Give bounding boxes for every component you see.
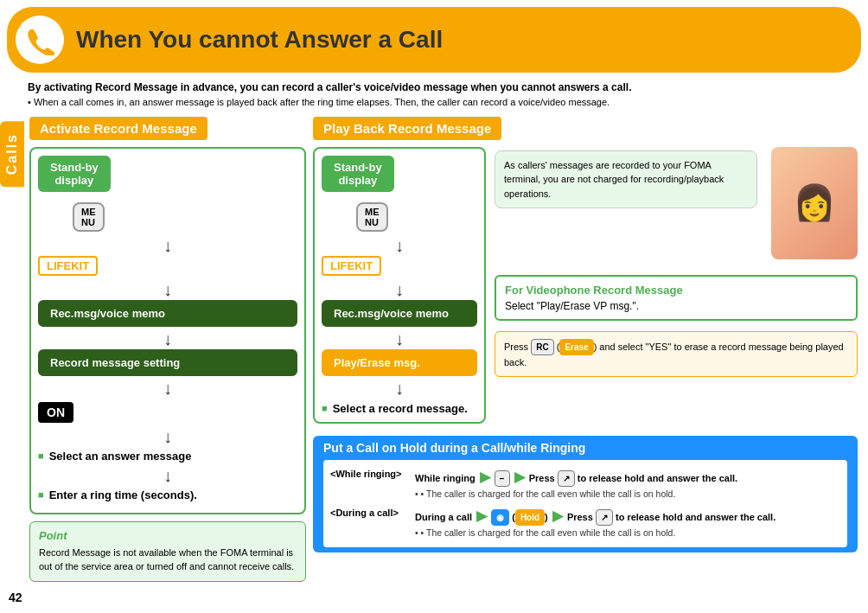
arrow1: ↓: [38, 237, 297, 254]
right-info-boxes: As callers' messages are recorded to you…: [495, 147, 858, 429]
hold-rows: <While ringing> While ringing ▶ − ▶ Pres…: [323, 460, 847, 548]
activate-flow-box: Stand-bydisplay MENU ↓ LIFEKIT ↓ Rec.msg…: [29, 147, 306, 514]
arrow6: ↓: [38, 467, 297, 484]
step1-item: Select an answer message: [38, 450, 297, 463]
arrow4: ↓: [38, 380, 297, 397]
point-box: Point Record Message is not available wh…: [29, 521, 306, 582]
standby-box-left: Stand-bydisplay: [38, 156, 111, 192]
record-setting[interactable]: Record message setting: [38, 349, 297, 376]
rec-msg-left[interactable]: Rec.msg/voice memo: [38, 300, 297, 327]
while-ringing-row: <While ringing> While ringing ▶ − ▶ Pres…: [330, 467, 840, 501]
videophone-box: For Videophone Record Message Select "Pl…: [495, 275, 858, 321]
during-call-content: During a call ▶ ◉ (Hold) ▶ Press ↗ to re…: [415, 506, 840, 540]
intro-sub: • When a call comes in, an answer messag…: [28, 95, 858, 110]
while-ringing-content: While ringing ▶ − ▶ Press ↗ to release h…: [415, 467, 840, 501]
step2-item: Enter a ring time (seconds).: [38, 488, 297, 501]
arrow5: ↓: [38, 428, 297, 445]
arrow-r4: ↓: [322, 380, 477, 397]
lifekit-tag-left: LIFEKIT: [38, 256, 98, 276]
hold-orange-btn[interactable]: Hold: [515, 509, 545, 526]
hold-section: Put a Call on Hold during a Call/while R…: [313, 436, 858, 553]
header-icon: [16, 16, 64, 64]
character-image: 👩: [771, 147, 858, 259]
rec-msg-right[interactable]: Rec.msg/voice memo: [322, 300, 477, 327]
arrow-r2: ↓: [322, 281, 477, 298]
select-record-msg: Select a record message.: [322, 402, 477, 415]
page-number: 42: [9, 591, 22, 604]
point-text: Record Message is not available when the…: [39, 546, 297, 574]
during-call-text: During a call ▶ ◉ (Hold) ▶ Press ↗ to re…: [415, 506, 840, 527]
standby-box-right: Stand-bydisplay: [322, 156, 394, 192]
intro-block: By activating Record Message in advance,…: [28, 80, 858, 110]
playback-section-header: Play Back Record Message: [313, 117, 501, 140]
main-content: By activating Record Message in advance,…: [7, 80, 861, 582]
while-ringing-text: While ringing ▶ − ▶ Press ↗ to release h…: [415, 467, 840, 488]
two-column-layout: Activate Record Message Stand-bydisplay …: [29, 117, 858, 582]
while-ringing-sub: • The caller is charged for the call eve…: [415, 488, 840, 501]
intro-bold: By activating Record Message in advance,…: [28, 80, 858, 95]
during-call-sub: • The caller is charged for the call eve…: [415, 527, 840, 540]
activate-section-header: Activate Record Message: [29, 117, 207, 140]
arrow-r3: ↓: [322, 330, 477, 348]
videophone-title: For Videophone Record Message: [505, 284, 847, 297]
arrow2: ↓: [38, 281, 297, 298]
on-box: ON: [38, 402, 73, 423]
erase-box: Press RC (Erase) and select "YES" to era…: [495, 331, 858, 378]
page-title: When You cannot Answer a Call: [76, 26, 443, 54]
arrow3: ↓: [38, 330, 297, 348]
point-title: Point: [39, 529, 297, 542]
arrow-r1: ↓: [322, 237, 477, 254]
menu-btn-right[interactable]: MENU: [356, 202, 388, 232]
menu-btn-left[interactable]: MENU: [73, 202, 105, 232]
hold-call-btn1[interactable]: ↗: [558, 470, 575, 487]
play-erase-msg[interactable]: Play/Erase msg.: [322, 349, 477, 376]
speech-bubble-box: As callers' messages are recorded to you…: [495, 147, 757, 209]
speech-bubble: As callers' messages are recorded to you…: [495, 150, 757, 209]
rec-btn: RC: [531, 339, 553, 355]
hold-title: Put a Call on Hold during a Call/while R…: [323, 441, 847, 455]
videophone-text: Select "Play/Erase VP msg.".: [505, 300, 847, 312]
playback-flow-box: Stand-bydisplay MENU ↓ LIFEKIT ↓ Rec.msg…: [313, 147, 486, 424]
hold-blue-btn[interactable]: ◉: [491, 509, 509, 526]
hold-minus-btn[interactable]: −: [495, 470, 510, 487]
while-ringing-label: <While ringing>: [330, 467, 408, 501]
during-call-label: <During a call>: [330, 506, 408, 540]
during-call-row: <During a call> During a call ▶ ◉ (Hold)…: [330, 506, 840, 540]
lifekit-tag-right: LIFEKIT: [322, 256, 381, 276]
left-column: Activate Record Message Stand-bydisplay …: [29, 117, 306, 582]
character-area: As callers' messages are recorded to you…: [495, 147, 858, 266]
calls-sidebar-label: Calls: [0, 121, 24, 187]
erase-btn[interactable]: Erase: [559, 339, 593, 355]
hold-call-btn2[interactable]: ↗: [596, 509, 613, 526]
right-column: Play Back Record Message Stand-bydisplay…: [313, 117, 858, 582]
page-header: When You cannot Answer a Call: [7, 7, 861, 73]
